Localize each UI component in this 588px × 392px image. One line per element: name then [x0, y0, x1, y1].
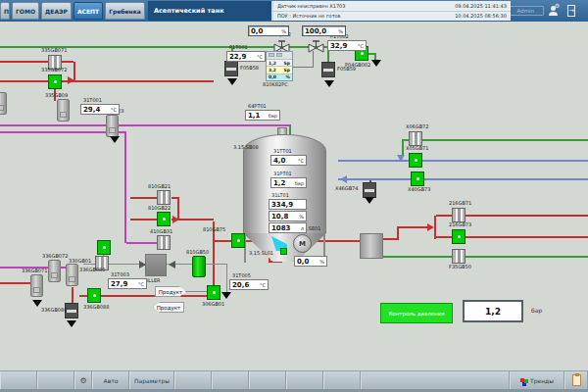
readout-tag-31T003: 31T003 — [111, 272, 129, 278]
flow-arrow — [68, 76, 74, 84]
pressure-setpoint-input[interactable]: 1,2 — [463, 300, 523, 322]
readout-tag-31LT01: 31LT01 — [271, 193, 289, 199]
flow-arrow — [427, 223, 434, 231]
valve-F35GB50[interactable] — [452, 249, 466, 264]
drain-funnel-icon — [371, 60, 381, 67]
agitator-motor[interactable]: M — [293, 234, 312, 253]
product-flow-flag: Продукт — [153, 302, 184, 313]
footer-button-clipboard[interactable] — [564, 371, 588, 389]
pipe — [186, 291, 208, 292]
logout-icon[interactable]: → — [567, 5, 575, 17]
footer-button-row: ⚙АвтоПараметрыТренды — [0, 371, 588, 389]
top-bar: ПГОМОДЕАЭРАСЕПТГребенка Асептический тан… — [0, 0, 588, 22]
footer-button-Авто[interactable]: Авто — [92, 371, 129, 389]
valve-216GB71[interactable] — [452, 208, 466, 222]
valve-810GB22[interactable] — [157, 212, 171, 226]
footer-button-Параметры[interactable]: Параметры — [129, 371, 174, 389]
process-diagram-canvas: M 3.15.SB08 3.15.SL01 3.10.SE01 1,2Sp3,2… — [0, 0, 588, 392]
valve-tag-330GB01: 330GB01 — [69, 259, 91, 265]
valve-410GB31[interactable] — [157, 235, 171, 250]
valve-tag-X40GB73: X40GB73 — [408, 187, 430, 193]
readout-tag-31PT01: 31PT01 — [273, 172, 292, 177]
valve-335GB023[interactable] — [106, 115, 119, 137]
readout-31PT01: 1,2бар — [270, 177, 307, 188]
pipe — [62, 61, 74, 63]
valve-X46GB74[interactable] — [363, 182, 376, 198]
valve-336GB080[interactable] — [66, 264, 78, 286]
valve-335GB09[interactable] — [57, 99, 70, 122]
valve-335GB072[interactable] — [48, 74, 62, 89]
pipe — [124, 133, 126, 243]
pipe — [316, 240, 361, 242]
pipe — [126, 242, 159, 244]
readout-unit: % — [319, 259, 324, 265]
value-box: 1083л — [269, 222, 307, 233]
valve-216GB73[interactable] — [452, 229, 466, 244]
readout-unit: % — [281, 28, 286, 34]
pid-faceplate[interactable]: 1,2Sp3,2Sp0,0% — [266, 51, 293, 81]
drain-funnel-icon — [32, 300, 42, 307]
user-icon[interactable]: ⚙ — [549, 5, 558, 18]
valve-810GB75[interactable] — [231, 233, 245, 248]
readout-unit: °C — [298, 158, 304, 164]
valve-unnamed[interactable] — [97, 240, 111, 255]
readout-31T001: 29,4°C — [80, 104, 120, 115]
valve-F05B59[interactable] — [321, 62, 335, 77]
readout-tag-31T001: 31T001 — [83, 98, 102, 104]
page-title: Асептический танк — [148, 1, 273, 21]
readout-unit: °C — [138, 281, 144, 287]
footer-cell — [37, 371, 74, 389]
tab-Гребенка[interactable]: Гребенка — [105, 2, 145, 20]
pipe — [399, 226, 430, 228]
readout-31T005: 20,6°C — [229, 279, 269, 290]
admin-button[interactable]: Admin — [511, 6, 544, 16]
navigation-tabs: ПГОМОДЕАЭРАСЕПТГребенка — [0, 0, 145, 22]
valve-810GB21[interactable] — [157, 190, 171, 205]
flow-arrow — [172, 216, 179, 223]
tab-ДЕАЭР[interactable]: ДЕАЭР — [41, 2, 72, 20]
valve-P05C050[interactable] — [308, 38, 324, 57]
valve-unnamed[interactable] — [0, 92, 7, 115]
valve-810GB50[interactable] — [192, 256, 206, 277]
setpoint-input[interactable]: 100,0% — [302, 25, 346, 36]
pressure-control-button[interactable]: Контроль давления — [380, 303, 453, 323]
gear-icon: ⚙ — [79, 376, 86, 385]
readout-unit: °C — [358, 43, 364, 49]
faceplate-row-0: 1,2Sp — [267, 59, 292, 66]
valve-tag-810GB75: 810GB75 — [203, 227, 225, 233]
drain-funnel-icon — [110, 136, 120, 143]
setpoint-input[interactable]: 0,0% — [248, 25, 289, 36]
footer-cell — [174, 371, 212, 389]
valve-336GB088[interactable] — [87, 288, 101, 303]
valve-tag-F05B58: F05B58 — [240, 66, 259, 72]
pipe — [292, 67, 314, 68]
readout-value: 100,0 — [305, 27, 326, 35]
faceplate-row-1: 3,2Sp — [267, 66, 292, 73]
footer-button-Тренды[interactable]: Тренды — [510, 371, 564, 389]
pipe — [130, 197, 159, 199]
readout-unit: °C — [257, 54, 263, 60]
valve-F05B58[interactable] — [224, 61, 238, 76]
valve-306GB01[interactable] — [207, 285, 220, 300]
valve-X05GB71[interactable] — [409, 153, 422, 168]
tab-ГОМО[interactable]: ГОМО — [12, 2, 39, 20]
pipe — [383, 256, 588, 258]
footer-cell — [212, 371, 249, 389]
footer-button-gear[interactable]: ⚙ — [74, 371, 92, 389]
alarm-text: Датчик неисправен X1703 — [277, 3, 346, 9]
tab-АСЕПТ[interactable]: АСЕПТ — [74, 2, 103, 20]
valve-336GB072[interactable] — [48, 260, 61, 282]
faceplate-code: 810K82PC — [263, 82, 288, 88]
footer-button-label: Авто — [104, 377, 119, 384]
tab-П[interactable]: П — [0, 2, 10, 20]
valve-336GB071[interactable] — [30, 274, 43, 297]
readout-unit: бар — [295, 180, 304, 186]
valve-X40GB73[interactable] — [411, 172, 424, 186]
pipe — [0, 80, 49, 82]
valve-X06GB72[interactable] — [409, 131, 422, 146]
alarm-text: ПОУ : Источник не готов — [277, 13, 341, 19]
readout-value: 0,0 — [251, 27, 263, 35]
readout-tag-P1T001: P1T001 — [229, 45, 248, 51]
flow-arrow — [169, 261, 175, 269]
filler-box — [145, 254, 167, 276]
